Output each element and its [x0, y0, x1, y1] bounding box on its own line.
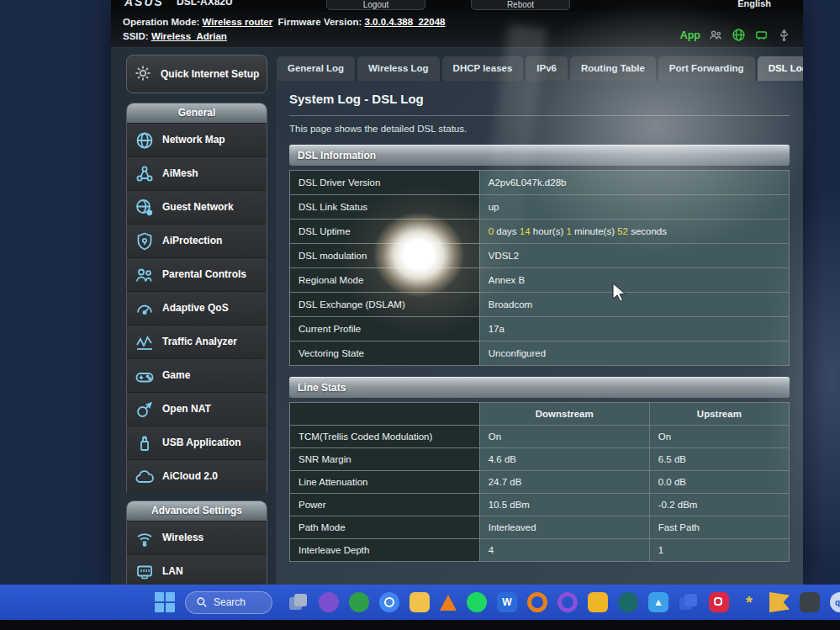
app-purple-ring-icon[interactable] — [557, 592, 578, 612]
uptime-number: 52 — [617, 226, 628, 236]
sidebar-item-label: Traffic Analyzer — [162, 336, 237, 348]
sidebar-item-usb-application[interactable]: USB Application — [127, 426, 267, 459]
page-title: System Log - DSL Log — [289, 92, 790, 106]
tab-dhcp-leases[interactable]: DHCP leases — [442, 56, 524, 81]
table-row-vectoring-state: Vectoring StateUnconfigured — [290, 341, 790, 366]
app-yellow-star-icon[interactable]: * — [739, 592, 759, 612]
sidebar-item-parental-controls[interactable]: Parental Controls — [127, 257, 267, 291]
photos-icon[interactable]: ▲ — [648, 592, 668, 612]
row-label: DSL modulation — [290, 244, 480, 268]
tab-dsl-log[interactable]: DSL Log — [758, 56, 803, 81]
sidebar-item-game[interactable]: Game — [127, 358, 267, 392]
table-row-tcm-trellis-coded-modulation: TCM(Trellis Coded Modulation)OnOn — [290, 426, 790, 448]
sidebar-item-wireless[interactable]: Wireless — [127, 521, 267, 554]
asus-logo: ASUS — [124, 0, 164, 8]
sidebar-item-label: LAN — [162, 566, 183, 578]
spotify-icon[interactable] — [467, 592, 487, 612]
firmware-version-link[interactable]: 3.0.0.4.388_22048 — [365, 17, 446, 27]
row-label: DSL Exchange (DSLAM) — [290, 293, 480, 317]
tab-general-log[interactable]: General Log — [277, 56, 355, 81]
app-dark-icon[interactable] — [800, 592, 820, 612]
table-row-dsl-modulation: DSL modulationVDSL2 — [290, 244, 790, 268]
tab-ipv6[interactable]: IPv6 — [526, 56, 568, 81]
tab-port-forwarding[interactable]: Port Forwarding — [658, 56, 755, 81]
ssid-link[interactable]: Wireless_Adrian — [151, 31, 227, 41]
row-value: Annex B — [479, 268, 789, 293]
reboot-button[interactable]: Reboot — [471, 0, 570, 10]
content-panel: System Log - DSL Log This page shows the… — [276, 81, 803, 585]
sidebar-item-guest-network[interactable]: Guest Network — [127, 190, 267, 224]
tab-bar: General LogWireless LogDHCP leasesIPv6Ro… — [276, 56, 803, 81]
row-label: TCM(Trellis Coded Modulation) — [290, 426, 480, 448]
ssid-label: SSID: — [123, 31, 149, 41]
sidebar-item-quick-internet-setup[interactable]: Quick Internet Setup — [126, 55, 267, 93]
sidebar-item-adaptive-qos[interactable]: Adaptive QoS — [127, 291, 267, 325]
internet-status-icon[interactable] — [732, 28, 746, 42]
aiprotection-icon — [135, 231, 155, 251]
app-link[interactable]: App — [680, 29, 700, 41]
downstream-column-header: Downstream — [479, 403, 649, 426]
adaptive-qos-icon — [135, 299, 155, 319]
sidebar: Quick Internet Setup GeneralNetwork MapA… — [111, 48, 276, 585]
row-label: Current Profile — [290, 317, 480, 341]
table-row-dsl-link-status: DSL Link Statusup — [290, 195, 790, 220]
open-nat-icon — [135, 400, 155, 420]
lan-status-icon[interactable] — [754, 28, 769, 42]
sidebar-item-label: USB Application — [162, 437, 241, 449]
app-teal-icon[interactable] — [618, 592, 638, 612]
language-selector[interactable]: English — [737, 0, 771, 8]
sidebar-item-traffic-analyzer[interactable]: Traffic Analyzer — [127, 325, 267, 358]
qbittorrent-icon[interactable]: qb — [830, 592, 840, 612]
tab-wireless-log[interactable]: Wireless Log — [357, 56, 439, 81]
table-row-dsl-uptime: DSL Uptime0 days 14 hour(s) 1 minute(s) … — [290, 220, 790, 244]
app-purple-icon[interactable] — [319, 592, 339, 612]
uptime-unit: hour(s) — [531, 226, 567, 236]
chrome-icon[interactable] — [379, 592, 399, 612]
file-explorer-icon[interactable] — [409, 592, 430, 612]
app-orange-ring-icon[interactable] — [527, 592, 547, 612]
task-view-icon[interactable] — [288, 592, 309, 612]
row-label: DSL Link Status — [290, 195, 480, 220]
downstream-value: 10.5 dBm — [479, 494, 649, 516]
tab-routing-table[interactable]: Routing Table — [570, 56, 656, 81]
sidebar-item-open-nat[interactable]: Open NAT — [127, 392, 267, 426]
usb-status-icon[interactable] — [777, 28, 791, 42]
main-area: General LogWireless LogDHCP leasesIPv6Ro… — [276, 48, 803, 585]
operation-mode-link[interactable]: Wireless router — [203, 17, 273, 27]
table-header-row: Downstream Upstream — [290, 403, 790, 426]
sidebar-item-label: AiMesh — [162, 168, 198, 180]
row-value: 0 days 14 hour(s) 1 minute(s) 52 seconds — [479, 220, 789, 244]
app-green-icon[interactable] — [349, 592, 369, 612]
sidebar-item-lan[interactable]: LAN — [127, 554, 267, 585]
search-input[interactable]: Search — [185, 591, 272, 614]
uptime-unit: minute(s) — [572, 226, 617, 236]
upstream-value: On — [649, 426, 789, 448]
sidebar-item-aimesh[interactable]: AiMesh — [127, 156, 267, 190]
dsl-information-header: DSL Information — [289, 145, 790, 166]
start-button[interactable] — [154, 591, 176, 613]
sidebar-section-title: Advanced Settings — [127, 501, 267, 521]
line-stats-table: Downstream Upstream TCM(Trellis Coded Mo… — [289, 402, 790, 562]
row-label: Interleave Depth — [290, 539, 480, 562]
app-blue-grid-icon[interactable] — [679, 592, 699, 612]
app-flag-icon[interactable] — [769, 592, 790, 612]
clients-icon[interactable] — [709, 28, 723, 42]
uptime-unit: days — [494, 226, 520, 236]
parental-controls-icon — [135, 265, 155, 285]
uptime-number: 14 — [520, 226, 531, 236]
network-map-icon — [135, 130, 155, 151]
vlc-icon[interactable] — [440, 595, 457, 611]
row-label: SNR Margin — [290, 448, 480, 471]
instagram-icon[interactable] — [709, 592, 729, 612]
word-icon[interactable]: W — [497, 592, 517, 612]
sidebar-item-network-map[interactable]: Network Map — [127, 123, 267, 156]
sidebar-item-aicloud-2-0[interactable]: AiCloud 2.0 — [127, 459, 267, 493]
app-yellow-shield-icon[interactable] — [588, 592, 608, 612]
sidebar-item-aiprotection[interactable]: AiProtection — [127, 224, 267, 257]
uptime-unit: seconds — [628, 226, 667, 236]
sidebar-item-label: AiCloud 2.0 — [162, 471, 218, 483]
logout-button[interactable]: Logout — [326, 0, 425, 10]
table-row-snr-margin: SNR Margin4.6 dB6.5 dB — [290, 448, 790, 471]
row-value: A2pv6L047k.d28b — [479, 171, 789, 195]
row-label: Path Mode — [290, 516, 480, 539]
